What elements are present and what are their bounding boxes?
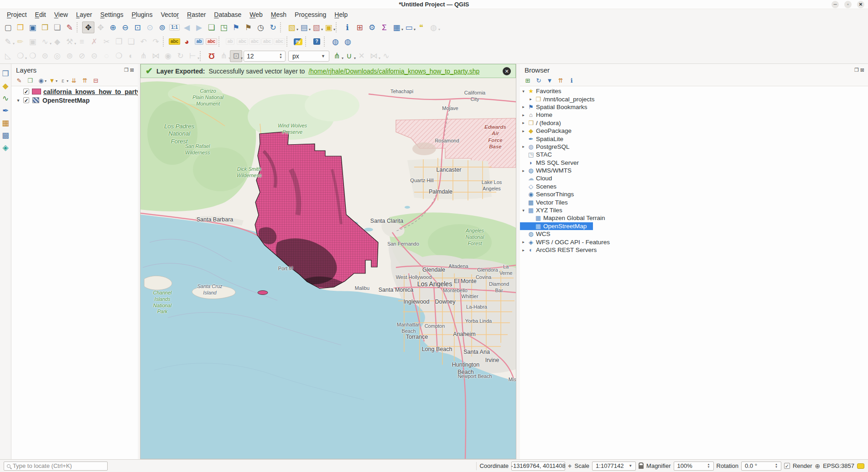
snap-tolerance-spinbox[interactable]: 12 ▲▼ xyxy=(244,51,286,62)
filter-by-expression-button[interactable]: ε▾ xyxy=(58,76,68,85)
cad-tools-button[interactable]: ◺ xyxy=(2,50,14,62)
expander-icon[interactable]: ▸ xyxy=(527,97,534,101)
zoom-native-button[interactable]: 1:1 xyxy=(168,21,181,33)
paste-features-button[interactable]: ❏ xyxy=(125,36,137,47)
current-edits-button[interactable]: ✎▾ xyxy=(2,36,14,47)
toggle-editing-button[interactable]: ✏ xyxy=(14,36,26,47)
menu-vector[interactable]: Vector xyxy=(156,10,183,19)
expander-icon[interactable]: ▸ xyxy=(520,240,527,244)
add-selected-layers-button[interactable]: ⊞ xyxy=(523,76,533,85)
save-project-button[interactable]: ▣ xyxy=(26,21,39,33)
browser-item-fedora[interactable]: ▸ ❒ / (fedora) xyxy=(520,119,868,127)
collapse-all-browser-button[interactable]: ⇈ xyxy=(556,76,566,85)
scale-feature-button[interactable]: ⊜ xyxy=(39,50,51,62)
modify-attributes-button[interactable]: ≡ xyxy=(76,36,88,47)
vertex-tool-button[interactable]: ⚒▾ xyxy=(63,36,76,47)
close-button[interactable]: ✕ xyxy=(857,1,864,8)
select-features-button[interactable]: ▧▾ xyxy=(286,21,298,33)
snapping-mode-button[interactable]: ⊡▾ xyxy=(230,50,242,62)
python-console-button[interactable]: Py xyxy=(292,36,304,47)
cut-features-button[interactable]: ✂ xyxy=(100,36,113,47)
metasearch-new-button[interactable]: ◍ xyxy=(329,36,342,47)
browser-item-scenes[interactable]: ◇ Scenes xyxy=(520,183,868,190)
browser-item-stac[interactable]: ◳ STAC xyxy=(520,151,868,158)
field-calculator-button[interactable]: ⊞ xyxy=(353,21,366,33)
expander-icon[interactable]: ▸ xyxy=(520,144,527,149)
select-by-value-button[interactable]: ▣▾ xyxy=(322,21,335,33)
magnifier-spinbox[interactable]: 100% ▲▼ xyxy=(674,462,714,471)
browser-item-ms-sql-server[interactable]: ◗ MS SQL Server xyxy=(520,159,868,167)
filter-legend-button[interactable]: ▼▾ xyxy=(47,76,57,85)
attribute-table-button[interactable]: ▦▾ xyxy=(390,21,403,33)
browser-item-home[interactable]: ▸ ⌂ Home xyxy=(520,111,868,119)
change-label-button[interactable]: abc xyxy=(273,36,286,47)
enable-snapping-button[interactable]: Ω xyxy=(205,50,218,62)
map-canvas[interactable]: Carrizo Plain National MonumentTehachapi… xyxy=(140,78,516,459)
browser-item-xyz-tiles[interactable]: ▾ ▦ XYZ Tiles xyxy=(520,206,868,214)
undo-button[interactable]: ↶ xyxy=(137,36,150,47)
move-feature-button[interactable]: ❍▾ xyxy=(14,50,26,62)
lock-scale-icon[interactable] xyxy=(639,465,644,469)
crs-globe-icon[interactable]: ⊕ xyxy=(815,462,821,470)
float-panel-icon[interactable]: ❐ xyxy=(124,67,129,73)
refresh-map-button[interactable]: ↻ xyxy=(267,21,279,33)
browser-item-wms-wmts[interactable]: ▸ ◍ WMS/WMTS xyxy=(520,167,868,174)
expander-icon[interactable]: ▸ xyxy=(520,113,527,117)
close-panel-icon[interactable]: ⊠ xyxy=(130,67,134,73)
layer-visibility-checkbox[interactable]: ✓ xyxy=(23,89,29,94)
zoom-full-extent-button[interactable]: ⊡ xyxy=(131,21,144,33)
close-panel-icon[interactable]: ⊠ xyxy=(860,67,864,73)
expand-all-button[interactable]: ⇊ xyxy=(69,76,79,85)
statistical-summary-button[interactable]: Σ xyxy=(378,21,390,33)
add-polygon-button[interactable]: ◆ xyxy=(51,36,63,47)
browser-properties-button[interactable]: ℹ xyxy=(567,76,577,85)
menu-processing[interactable]: Processing xyxy=(291,10,330,19)
browser-item-mapzen-global-terrain[interactable]: ▦ Mapzen Global Terrain xyxy=(520,214,868,222)
pin-unpin-labels-button[interactable]: ab xyxy=(224,36,236,47)
menu-database[interactable]: Database xyxy=(210,10,245,19)
add-vector-layer-button[interactable]: ∿ xyxy=(0,93,10,103)
panel-splitter[interactable] xyxy=(516,64,520,459)
expander-icon[interactable]: ▸ xyxy=(520,129,527,133)
browser-item-vector-tiles[interactable]: ▦ Vector Tiles xyxy=(520,198,868,206)
enable-tracing-button[interactable]: ⋔▾ xyxy=(331,50,343,62)
locator-search-input[interactable]: Type to locate (Ctrl+K) xyxy=(4,462,108,471)
menu-web[interactable]: Web xyxy=(245,10,267,19)
expander-icon[interactable]: ▾ xyxy=(520,89,527,94)
browser-item-wfs-ogc-api[interactable]: ▸ ◈ WFS / OGC API - Features xyxy=(520,238,868,246)
layer-item-openstreetmap[interactable]: ▾ ✓ OpenStreetMap xyxy=(11,96,138,105)
remove-layer-button[interactable]: ⊟ xyxy=(91,76,101,85)
menu-help[interactable]: Help xyxy=(330,10,352,19)
messages-icon[interactable] xyxy=(857,463,864,469)
offset-curve-button[interactable]: ❍ xyxy=(113,50,125,62)
pan-map-button[interactable]: ✥ xyxy=(82,21,94,33)
rotate-label-button[interactable]: abc xyxy=(261,36,273,47)
pan-to-selection-button[interactable]: ✥ xyxy=(94,21,107,33)
browser-item-wcs[interactable]: ◍ WCS xyxy=(520,230,868,238)
osm-place-search-button[interactable]: ◍▾ xyxy=(427,21,440,33)
zoom-next-button[interactable]: ▶ xyxy=(193,21,205,33)
expander-icon[interactable]: ▸ xyxy=(520,248,527,252)
browser-item-openstreetmap[interactable]: ▦ OpenStreetMap xyxy=(520,222,868,230)
snapping-type-button[interactable]: ⋔▾ xyxy=(218,50,230,62)
add-mesh-layer-button[interactable]: ◈ xyxy=(0,142,10,152)
browser-item-arcgis-rest-servers[interactable]: ▸ ◐ ArcGIS REST Servers xyxy=(520,246,868,254)
browser-item-geopackage[interactable]: ▸ ◆ GeoPackage xyxy=(520,127,868,135)
identify-features-button[interactable]: ℹ xyxy=(341,21,353,33)
expander-icon[interactable]: ▸ xyxy=(520,121,527,125)
avoid-overlap-button[interactable]: ⋈▾ xyxy=(368,50,380,62)
split-features-button[interactable]: ⋔ xyxy=(137,50,150,62)
show-hidden-labels-button[interactable]: abc xyxy=(236,36,249,47)
layer-item-california-knows-how-to-party[interactable]: ✓ california_knows_how_to_party xyxy=(11,87,138,96)
save-edits-button[interactable]: ▣ xyxy=(26,36,39,47)
exported-file-link[interactable]: /home/rjhale/Downloads/california_knows_… xyxy=(308,68,479,75)
browser-item-spatial-bookmarks[interactable]: ▸ ⚑ Spatial Bookmarks xyxy=(520,103,868,111)
map-tips-button[interactable]: ❝ xyxy=(415,21,427,33)
toggle-extents-icon[interactable]: ⌖ xyxy=(568,462,572,470)
style-manager-button[interactable]: ✎ xyxy=(63,21,76,33)
deselect-features-button[interactable]: ▧▾ xyxy=(310,21,322,33)
browser-item-sensorthings[interactable]: ◉ SensorThings xyxy=(520,190,868,198)
merge-features-button[interactable]: ◉ xyxy=(162,50,174,62)
zoom-to-layer-button[interactable]: ⊚ xyxy=(156,21,168,33)
menu-raster[interactable]: Raster xyxy=(183,10,210,19)
